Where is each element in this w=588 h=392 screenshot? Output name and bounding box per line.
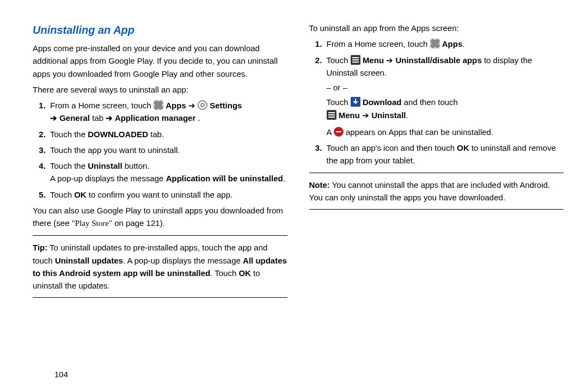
text: tab [92,113,106,122]
tip-label: Tip: [33,243,47,252]
uninstall-updates-label: Uninstall updates [55,256,123,265]
google-play-paragraph: You can also use Google Play to uninstal… [33,204,287,230]
r-step-3: Touch an app's icon and then touch OK to… [324,142,564,167]
tip-block: Tip: To uninstall updates to pre-install… [33,241,287,292]
msg-label: Application will be uninstalled [166,174,283,183]
divider [33,235,287,236]
text: . [198,113,200,122]
text: . [462,39,464,48]
divider [33,297,287,298]
ok-label: OK [457,143,469,152]
text: Touch the [50,130,88,139]
text: Touch the [50,161,88,170]
arrow: ➔ [188,101,198,110]
text: and then touch [402,97,458,107]
step-4: Touch the Uninstall button. A pop-up dis… [48,160,287,185]
text: appears on Apps that can be uninstalled. [346,127,493,137]
text: Touch an app's icon and then touch [327,143,457,152]
left-column: Uninstalling an App Apps come pre-instal… [33,22,287,303]
menu-icon [351,55,360,65]
settings-label: Settings [210,101,242,110]
minus-note: A appears on Apps that can be uninstalle… [327,126,564,138]
apps-icon [430,39,440,48]
text: . [406,111,408,120]
arrow: ➔ [360,111,371,120]
step-4-sub: A pop-up displays the message Applicatio… [50,172,287,185]
step-3: Touch the app you want to uninstall. [48,144,287,156]
divider [309,209,564,210]
r-step-1: From a Home screen, touch Apps. [324,38,564,50]
text: on page 121). [112,218,165,228]
menu-label: Menu [363,56,384,65]
download-label: Download [363,97,402,107]
step-5: Touch OK to confirm you want to uninstal… [48,188,287,201]
ok-label: OK [74,190,87,199]
text: You cannot uninstall the apps that are i… [309,180,550,202]
note-label: Note: [309,180,330,189]
text: . A pop-up displays the message [123,256,243,265]
uninstall-label: Uninstall [88,161,122,170]
r-step-2: Touch Menu ➔ Uninstall/disable apps to d… [324,54,564,139]
step-2: Touch the DOWNLOADED tab. [48,128,287,140]
right-intro: To uninstall an app from the Apps screen… [309,22,564,34]
ok-label: OK [238,268,251,278]
text: Touch [327,56,351,65]
steps-list-left: From a Home screen, touch Apps ➔ Setting… [33,99,287,201]
lead-line: There are several ways to uninstall an a… [33,83,287,96]
right-column: To uninstall an app from the Apps screen… [309,22,564,303]
arrow: ➔ [384,56,395,65]
downloaded-label: DOWNLOADED [88,130,148,139]
text: to confirm you want to uninstall the app… [87,190,232,199]
text: Touch [327,97,351,107]
intro-paragraph: Apps come pre-installed on your device a… [33,42,287,80]
text: A [327,127,334,137]
text: button. [122,161,150,170]
apps-label: Apps [166,101,186,110]
text: From a Home screen, touch [50,101,154,110]
text: . [283,174,285,183]
divider [309,173,564,173]
arrow: ➔ [50,113,59,122]
app-manager-label: Application manager [115,113,195,122]
remove-minus-icon [334,127,344,137]
text: Touch [50,190,74,199]
uninstall-disable-label: Uninstall/disable apps [395,56,481,65]
arrow: ➔ [106,113,115,122]
text: tab. [148,130,164,139]
apps-icon [154,100,163,110]
section-heading: Uninstalling an App [33,22,287,39]
uninstall-label: Uninstall [371,111,406,120]
step-1: From a Home screen, touch Apps ➔ Setting… [48,99,287,125]
note-block: Note: You cannot uninstall the apps that… [309,179,564,204]
apps-label: Apps [442,39,463,48]
page-number: 104 [54,370,68,379]
or-label: – or – [327,81,564,94]
text: . Touch [210,268,238,278]
steps-list-right: From a Home screen, touch Apps. Touch Me… [309,38,564,167]
menu-label: Menu [339,111,360,120]
text: A pop-up displays the message [50,174,166,183]
download-icon [351,97,360,107]
settings-icon [198,100,207,110]
text: From a Home screen, touch [327,39,430,48]
menu-icon [327,110,336,120]
general-label: General [59,113,90,122]
play-store-xref: "Play Store" [72,219,112,228]
